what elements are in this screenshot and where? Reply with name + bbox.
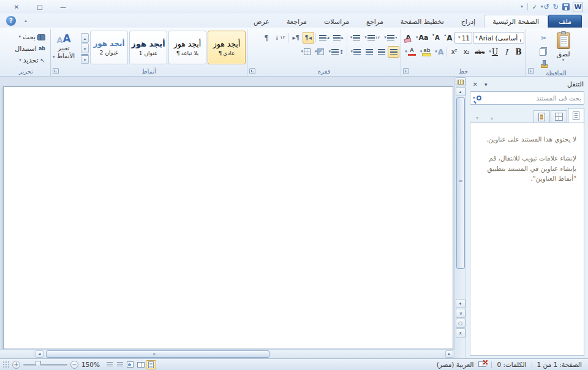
page-indicator[interactable]: الصفحة: 1 من 1 [537,361,582,368]
font-name-select[interactable]: Arial (نص أساسي) ▾ [473,32,524,43]
style-heading-1[interactable]: أبجد هوز عنوان 1 [129,31,167,64]
web-layout-button[interactable] [125,360,135,369]
bold-button[interactable]: B [513,46,524,58]
vertical-scroll-thumb[interactable] [456,97,465,269]
browse-pages-tab[interactable] [551,110,567,123]
copy-button[interactable] [538,45,549,57]
tab-references[interactable]: مراجع [358,15,392,28]
language-indicator[interactable]: العربية (مصر) [437,361,474,368]
right-to-left-direction-button[interactable]: ¶◂ [303,32,314,43]
horizontal-scroll-track[interactable] [45,350,444,358]
find-button[interactable]: بحث ▾ [18,31,47,42]
redo-button[interactable]: ↻ [552,2,559,12]
proofing-button[interactable]: ✓ [532,2,538,12]
resize-grip-icon[interactable] [2,361,9,368]
align-left-button[interactable] [363,46,375,58]
increase-indent-button[interactable]: ▸ [331,32,345,43]
zoom-level[interactable]: 150% [81,361,100,368]
shading-button[interactable]: ▾ [313,46,326,58]
change-case-button[interactable]: Aa▾ [415,32,429,43]
styles-scroll-down-button[interactable]: ▾ [81,43,89,53]
format-painter-button[interactable] [538,58,549,70]
zoom-slider[interactable] [23,364,67,366]
navigation-pane-menu-button[interactable]: ▾ [482,81,490,88]
browse-results-tab[interactable] [533,110,550,123]
search-options-button[interactable]: ▾ [473,96,481,100]
outline-view-button[interactable] [115,360,125,369]
previous-result-button[interactable]: ▴ [484,113,499,123]
ruler-toggle-button[interactable] [456,77,466,86]
show-hide-marks-button[interactable]: ¶ [261,32,273,43]
reading-view-button[interactable] [135,360,146,369]
customize-qat-button[interactable]: ▾ [520,2,524,12]
next-page-button[interactable]: » [456,328,466,338]
style-no-spacing[interactable]: أبجد هوز بلا تباعد¶ [168,31,206,64]
tab-mailings[interactable]: مراسلات [315,15,358,28]
minimize-ribbon-button[interactable]: ▴ [20,18,32,23]
style-heading-2[interactable]: أبجد هوز عنوان 2 [90,31,128,64]
search-input[interactable] [483,94,581,102]
zoom-out-button[interactable]: − [70,361,78,369]
print-layout-button[interactable] [146,360,156,369]
styles-dialog-launcher[interactable] [53,68,59,74]
close-button[interactable]: ✕ [5,2,28,12]
font-dialog-launcher[interactable] [403,68,409,74]
navigation-pane-close-button[interactable]: ✕ [470,81,480,88]
scroll-right-button[interactable]: ▸ [445,350,453,358]
save-button[interactable] [562,2,570,12]
scroll-left-button[interactable]: ◂ [36,350,43,358]
align-center-button[interactable] [375,46,387,58]
tab-insert[interactable]: إدراج [453,15,484,28]
scroll-down-button[interactable]: ▾ [456,299,466,308]
draft-view-button[interactable] [104,360,115,369]
tab-file[interactable]: ملف [548,15,582,28]
font-size-select[interactable]: 11 ▾ [454,32,472,43]
minimize-button[interactable]: — [51,2,75,12]
horizontal-scroll-thumb[interactable] [46,350,270,358]
sort-button[interactable]: ١٢↓ [273,32,287,43]
clear-formatting-button[interactable]: A [402,32,414,43]
cut-button[interactable]: ✂ [538,32,549,44]
navigation-search-box[interactable]: ▾ [470,91,584,105]
styles-gallery-more-button[interactable]: ▾ [81,54,89,64]
text-effects-button[interactable]: A▾ [433,46,445,58]
justify-button[interactable]: ▾ [349,46,363,58]
word-count[interactable]: الكلمات: 0 [497,361,526,368]
text-highlight-color-button[interactable]: ab▾ [418,46,433,58]
tab-view[interactable]: عرض [245,15,278,28]
superscript-button[interactable]: x² [448,46,460,58]
scroll-up-button[interactable]: ▴ [456,87,466,96]
styles-scroll-up-button[interactable]: ▴ [81,33,89,43]
font-color-button[interactable]: A▾ [403,46,418,58]
undo-button[interactable]: ↺▾ [540,2,550,12]
select-button[interactable]: ↖ تحديد ▾ [18,55,47,66]
replace-button[interactable]: ab استبدال [13,43,47,54]
tab-review[interactable]: مراجعة [278,15,315,28]
subscript-button[interactable]: x₂ [461,46,472,58]
paragraph-dialog-launcher[interactable] [249,68,255,74]
next-result-button[interactable]: ▾ [470,113,484,123]
grow-font-button[interactable]: A▴ [442,32,454,43]
previous-page-button[interactable]: » [456,309,466,318]
decrease-indent-button[interactable]: ◂ [317,32,331,43]
align-right-button[interactable] [388,46,399,58]
tab-page-layout[interactable]: تخطيط الصفحة [392,15,453,28]
style-normal[interactable]: أبجد هوز عادي¶ [208,31,246,64]
bullets-button[interactable]: •▾ [382,32,399,43]
borders-button[interactable]: ▾ [299,46,312,58]
underline-button[interactable]: U▾ [487,46,500,58]
proofing-status-button[interactable] [478,361,486,368]
multilevel-list-button[interactable]: ▾ [349,32,363,43]
shrink-font-button[interactable]: A▾ [430,32,442,43]
select-browse-object-button[interactable]: ○ [456,319,466,328]
paste-button[interactable]: لصق ▾ [552,30,574,70]
browse-headings-tab[interactable] [568,108,584,123]
zoom-slider-thumb[interactable] [36,361,41,368]
help-button[interactable]: ? [6,16,16,26]
maximize-button[interactable]: □ [28,2,51,12]
italic-button[interactable]: I [500,46,512,58]
strikethrough-button[interactable]: abc [473,46,486,58]
vertical-scroll-track[interactable] [456,97,466,297]
zoom-in-button[interactable]: + [12,361,20,369]
tab-home[interactable]: الصفحة الرئيسية [484,15,548,28]
